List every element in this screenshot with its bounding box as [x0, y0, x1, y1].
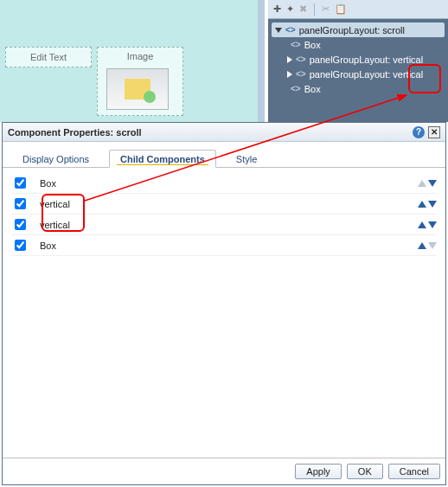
tab-display-options[interactable]: Display Options [11, 150, 100, 168]
structure-tree-pane: ✚ ✦ ✖ ✂ 📋 <> panelGroupLayout: scroll <>… [268, 0, 448, 122]
image-placeholder-icon [106, 68, 169, 110]
splitter-handle[interactable] [258, 0, 261, 122]
ok-button[interactable]: OK [347, 464, 383, 479]
tree-label: Box [304, 40, 321, 50]
design-edit-text-cell[interactable]: Edit Text [5, 47, 92, 67]
move-down-icon[interactable] [428, 221, 437, 228]
design-surface: Edit Text Image [0, 0, 265, 122]
row-checkbox[interactable] [15, 198, 26, 209]
toolbar-divider [314, 3, 315, 16]
tab-style[interactable]: Style [225, 150, 268, 168]
design-image-cell[interactable]: Image [97, 47, 183, 116]
structure-tree: <> panelGroupLayout: scroll <> Box <> pa… [268, 19, 448, 99]
move-up-icon[interactable] [418, 201, 426, 208]
move-down-icon [428, 242, 437, 249]
tree-item-vertical[interactable]: <> panelGroupLayout: vertical [272, 52, 445, 67]
child-components-list: Box vertical vertical Box [3, 168, 445, 458]
list-row: Box [11, 173, 437, 194]
component-icon: <> [296, 54, 306, 64]
expand-icon[interactable] [287, 71, 292, 78]
move-up-icon [418, 180, 426, 187]
expand-icon[interactable] [287, 56, 292, 63]
tree-toolbar: ✚ ✦ ✖ ✂ 📋 [268, 0, 448, 19]
dialog-titlebar: Component Properties: scroll ? ✕ [3, 123, 445, 142]
row-checkbox[interactable] [15, 240, 26, 251]
paste-icon[interactable]: 📋 [335, 3, 347, 15]
component-icon: <> [291, 84, 301, 93]
move-up-icon[interactable] [418, 242, 426, 249]
tree-item-box[interactable]: <> Box [272, 81, 445, 96]
design-cell-label: Edit Text [30, 52, 67, 62]
component-icon: <> [296, 69, 306, 79]
help-icon[interactable]: ? [413, 126, 425, 138]
tree-item-vertical[interactable]: <> panelGroupLayout: vertical [272, 67, 445, 81]
tree-root[interactable]: <> panelGroupLayout: scroll [272, 22, 445, 37]
tree-label: panelGroupLayout: scroll [299, 25, 405, 35]
cut-icon[interactable]: ✂ [322, 3, 330, 15]
component-icon: <> [291, 40, 301, 49]
sparkle-icon[interactable]: ✦ [286, 3, 294, 15]
row-label: vertical [40, 220, 418, 230]
dialog-title-text: Component Properties: scroll [8, 127, 142, 138]
expand-icon[interactable] [275, 28, 282, 33]
tab-underline [117, 164, 208, 165]
dialog-button-bar: Apply OK Cancel [3, 458, 445, 484]
row-label: Box [40, 240, 418, 251]
move-down-icon[interactable] [428, 201, 437, 208]
tab-label: Style [236, 154, 257, 164]
move-up-icon[interactable] [418, 221, 426, 228]
tree-item-box[interactable]: <> Box [272, 37, 445, 52]
move-down-icon[interactable] [428, 180, 437, 187]
tree-label: Box [304, 84, 321, 94]
plus-icon[interactable]: ✚ [273, 3, 281, 15]
component-icon: <> [285, 25, 296, 35]
design-cell-label: Image [127, 51, 154, 61]
dialog-tabs: Display Options Child Components Style [3, 142, 445, 168]
tab-label: Child Components [120, 154, 205, 164]
tree-label: panelGroupLayout: vertical [310, 69, 423, 80]
list-row: vertical [11, 215, 437, 235]
apply-button[interactable]: Apply [295, 464, 342, 479]
row-label: Box [40, 178, 418, 189]
tree-label: panelGroupLayout: vertical [310, 54, 423, 65]
close-icon[interactable]: ✕ [428, 126, 440, 138]
tab-child-components[interactable]: Child Components [109, 150, 216, 168]
row-label: vertical [40, 199, 418, 209]
delete-icon[interactable]: ✖ [299, 3, 307, 15]
list-row: Box [11, 235, 437, 256]
list-row: vertical [11, 194, 437, 215]
row-checkbox[interactable] [15, 177, 26, 189]
cancel-button[interactable]: Cancel [388, 464, 440, 479]
properties-dialog: Component Properties: scroll ? ✕ Display… [2, 122, 446, 485]
tab-label: Display Options [22, 154, 89, 164]
row-checkbox[interactable] [15, 219, 26, 230]
